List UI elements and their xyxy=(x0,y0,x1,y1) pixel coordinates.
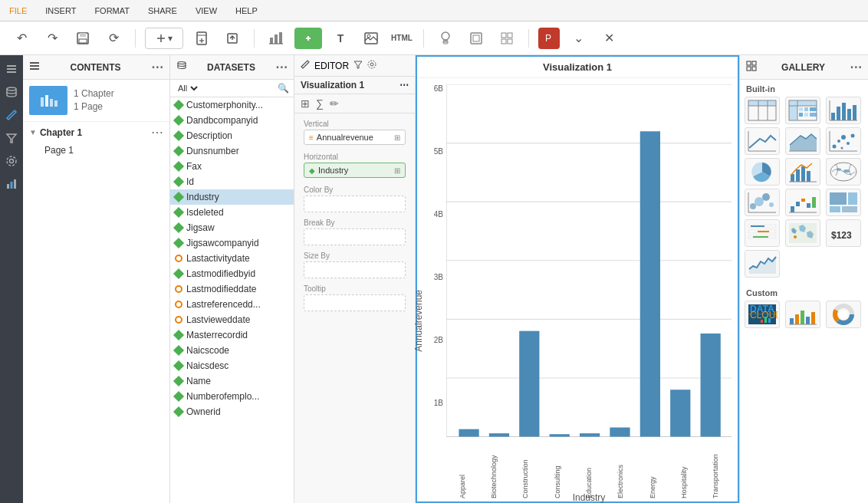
editor-settings-icon[interactable] xyxy=(367,60,376,71)
bar-construction[interactable] xyxy=(519,331,539,437)
horizontal-field-pill[interactable]: ◆ Industry ⊞ xyxy=(304,163,406,178)
refresh-button[interactable]: ⟳ xyxy=(101,28,126,49)
gallery-sparkline[interactable] xyxy=(745,250,780,278)
list-item[interactable]: Lastactivitydate xyxy=(170,251,294,266)
brush-tool[interactable]: ✏ xyxy=(330,97,339,110)
vertical-field-pill[interactable]: ≡ Annualrevenue ⊞ xyxy=(304,130,406,145)
gallery-donut[interactable] xyxy=(826,301,861,328)
list-item[interactable]: Customerphonity... xyxy=(170,97,294,113)
list-item[interactable]: Name xyxy=(170,373,294,389)
gallery-bar[interactable] xyxy=(826,97,861,124)
menu-file[interactable]: FILE xyxy=(6,5,30,17)
list-item[interactable]: Numberofemplo... xyxy=(170,389,294,404)
gallery-crosstab[interactable] xyxy=(785,97,820,124)
gallery-area[interactable] xyxy=(785,127,820,155)
menu-format[interactable]: FORMAT xyxy=(91,5,133,17)
chapter-menu[interactable]: ⋯ xyxy=(151,125,163,140)
menu-help[interactable]: HELP xyxy=(232,5,261,17)
gallery-table[interactable] xyxy=(745,97,780,124)
list-item[interactable]: Fax xyxy=(170,159,294,174)
editor-filter-icon[interactable] xyxy=(353,60,363,71)
bar-biotechnology[interactable] xyxy=(489,433,509,436)
menu-view[interactable]: VIEW xyxy=(192,5,220,17)
frame-button[interactable] xyxy=(464,28,488,49)
gallery-pie[interactable] xyxy=(745,158,780,186)
redo-button[interactable]: ↷ xyxy=(40,28,64,49)
editor-viz-dots[interactable]: ⋯ xyxy=(399,80,409,90)
list-item[interactable]: Dandbcompanyid xyxy=(170,113,294,128)
bar-education[interactable] xyxy=(580,433,600,436)
list-item[interactable]: Masterrecordid xyxy=(170,327,294,343)
list-item[interactable]: Jigsawcompanyid xyxy=(170,235,294,251)
gallery-scatter[interactable] xyxy=(826,127,861,155)
left-icon-filter[interactable] xyxy=(1,127,22,149)
image-button[interactable] xyxy=(359,28,383,49)
new-page-button[interactable] xyxy=(189,28,214,49)
gallery-line[interactable] xyxy=(745,127,780,155)
size-by-drop[interactable] xyxy=(304,261,406,278)
gallery-map[interactable] xyxy=(826,158,861,186)
list-item[interactable]: Ownerid xyxy=(170,404,294,419)
list-item[interactable]: Naicsdesc xyxy=(170,358,294,373)
menu-share[interactable]: SHARE xyxy=(145,5,180,17)
datasets-menu[interactable]: ⋯ xyxy=(275,60,288,74)
left-icon-settings[interactable] xyxy=(1,150,22,172)
list-item[interactable]: Jigsaw xyxy=(170,220,294,235)
list-item[interactable]: Id xyxy=(170,174,294,189)
bar-energy[interactable] xyxy=(640,131,660,436)
list-item[interactable]: Lastvieweddate xyxy=(170,312,294,327)
export-button[interactable] xyxy=(220,28,245,49)
gallery-combo[interactable] xyxy=(785,158,820,186)
tooltip-drop[interactable] xyxy=(304,294,406,311)
color-by-drop[interactable] xyxy=(304,196,406,212)
page-item[interactable]: Page 1 xyxy=(23,143,169,158)
datasets-filter-select[interactable]: All xyxy=(175,83,200,94)
list-item[interactable]: Isdeleted xyxy=(170,205,294,220)
list-item[interactable]: Lastreferencedd... xyxy=(170,297,294,312)
search-icon[interactable]: 🔍 xyxy=(278,83,289,94)
red-button[interactable]: P xyxy=(538,28,560,49)
chart-button[interactable] xyxy=(264,28,288,49)
list-item[interactable]: Dunsnumber xyxy=(170,143,294,159)
list-item[interactable]: Lastmodifieddate xyxy=(170,281,294,297)
list-item[interactable]: Naicscode xyxy=(170,343,294,358)
contents-menu[interactable]: ⋯ xyxy=(151,60,163,74)
gallery-menu[interactable]: ⋯ xyxy=(850,60,862,74)
gallery-gantt[interactable] xyxy=(745,219,780,247)
left-icon-chart[interactable] xyxy=(1,173,22,195)
undo-button[interactable]: ↶ xyxy=(9,28,34,49)
bar-apparel[interactable] xyxy=(459,429,478,437)
left-icon-edit[interactable] xyxy=(1,104,22,126)
green-button[interactable] xyxy=(294,28,322,49)
save-button[interactable] xyxy=(71,28,95,49)
bar-hospitality[interactable] xyxy=(670,390,690,436)
html-button[interactable]: HTML xyxy=(390,28,414,49)
gallery-geo[interactable] xyxy=(785,219,820,247)
bulb-button[interactable] xyxy=(433,28,458,49)
list-item-industry[interactable]: Industry xyxy=(170,189,294,205)
gallery-scatter2[interactable] xyxy=(745,189,780,216)
break-by-drop[interactable] xyxy=(304,228,406,245)
bar-consulting[interactable] xyxy=(550,434,570,436)
chapter-item[interactable]: ▼ Chapter 1 ⋯ xyxy=(23,122,169,143)
close-button[interactable]: ✕ xyxy=(597,28,621,49)
menu-insert[interactable]: INSERT xyxy=(42,5,79,17)
crosshair-tool[interactable]: ⊞ xyxy=(301,97,310,110)
more-button[interactable]: ⌄ xyxy=(566,28,590,49)
add-button[interactable]: ▾ xyxy=(145,28,183,49)
thumb-preview[interactable] xyxy=(29,86,67,115)
list-item[interactable]: Description xyxy=(170,128,294,143)
left-icon-data[interactable] xyxy=(1,81,22,103)
gallery-treemap[interactable] xyxy=(826,189,861,216)
grid-button[interactable] xyxy=(495,28,519,49)
list-item[interactable]: Lastmodifiedbyid xyxy=(170,266,294,281)
left-icon-contents[interactable] xyxy=(1,58,22,80)
bar-electronics[interactable] xyxy=(610,427,630,436)
bar-transportation[interactable] xyxy=(701,334,721,437)
sigma-tool[interactable]: ∑ xyxy=(316,97,324,110)
gallery-waterfall[interactable] xyxy=(785,189,820,216)
text-button[interactable]: T xyxy=(328,28,353,49)
gallery-custom-bar[interactable] xyxy=(785,301,820,328)
gallery-data-cloud[interactable]: DATACLOUD xyxy=(745,301,780,328)
gallery-number[interactable]: $123 xyxy=(826,219,861,247)
